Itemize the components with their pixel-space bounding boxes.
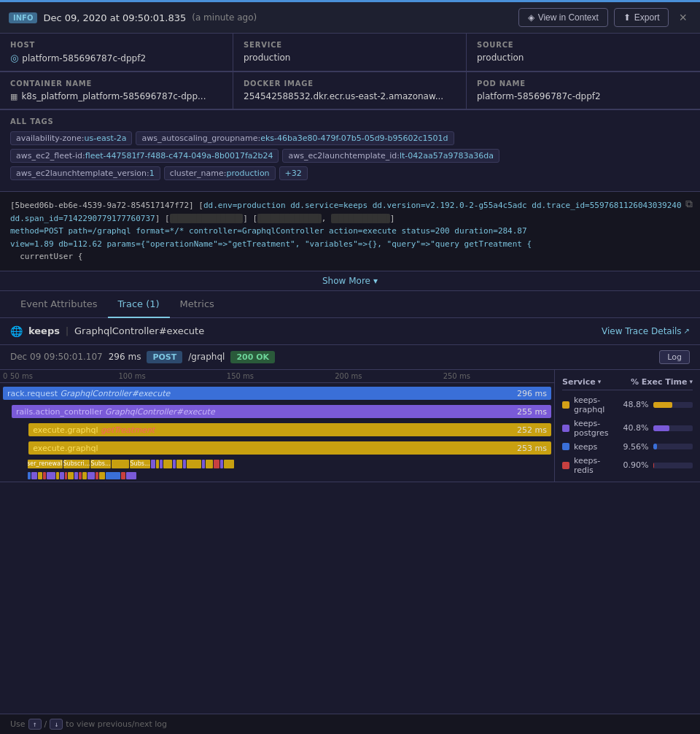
header-timestamp: Dec 09, 2020 at 09:50:01.835	[43, 12, 186, 23]
trace-row-2[interactable]: execute.graphql getTreatment 252 ms	[3, 422, 551, 438]
timeline-legend: Service ▾ % Exec Time ▾ keeps-graphql 48…	[554, 370, 700, 482]
sub-bars-row-2	[0, 471, 554, 481]
legend-pct-keeps: 9.56%	[618, 442, 649, 452]
tags-more-button[interactable]: +32	[279, 166, 308, 180]
service-label: SERVICE	[244, 41, 456, 49]
pod-name-label: POD NAME	[477, 80, 690, 88]
legend-item-keeps-graphql: keeps-graphql 48.8%	[562, 393, 693, 417]
footer: Use ↑ / ↓ to view previous/next log	[0, 714, 700, 734]
legend-exec-col-header: % Exec Time ▾	[631, 377, 693, 387]
external-link-icon: ↗	[684, 327, 690, 335]
tag-autoscaling[interactable]: aws_autoscaling_groupname:eks-46ba3e80-4…	[136, 131, 454, 145]
globe-icon: 🌐	[10, 325, 23, 337]
log-line-1: [5beed06b-eb6e-4539-9a72-854517147f72] […	[10, 199, 690, 225]
trace-duration: 296 ms	[109, 352, 141, 362]
tab-metrics[interactable]: Metrics	[170, 291, 225, 318]
log-header: INFO Dec 09, 2020 at 09:50:01.835 (a min…	[0, 2, 700, 34]
legend-name-keeps-postgres: keeps-postgre​s	[574, 419, 614, 438]
tag-availability-zone[interactable]: availability-zone:us-east-2a	[10, 131, 132, 145]
service-value: production	[244, 53, 456, 63]
log-dd-env[interactable]: dd.env=production dd.service=keeps dd.ve…	[203, 201, 527, 210]
timeline-container: 0 50 ms 100 ms 150 ms 200 ms 250 ms rack…	[0, 370, 700, 482]
trace-log-badge[interactable]: Log	[659, 350, 690, 364]
view-trace-details-link[interactable]: View Trace Details ↗	[602, 326, 690, 336]
docker-image-value: 254542588532.dkr.ecr.us-east-2.amazonaw.…	[244, 91, 456, 101]
pod-name-cell: POD NAME platform-585696787c-dppf2	[467, 72, 700, 109]
show-more-link[interactable]: Show More ▾	[322, 276, 378, 286]
ruler-0: 0	[3, 372, 10, 380]
tag-fleet-id[interactable]: aws_ec2_fleet-id:fleet-447581f7-f488-c47…	[10, 149, 279, 163]
host-value: ◎ platform-585696787c-dppf2	[10, 53, 222, 63]
log-line-3: view=1.89 db=112.62 params={"operationNa…	[10, 238, 690, 251]
copy-log-button[interactable]: ⧉	[685, 198, 693, 210]
trace-path: /graphql	[188, 352, 225, 362]
log-dd-trace[interactable]: dd.trace_id=5597681126043039240	[532, 201, 681, 210]
legend-bar-fill-keeps-postgres	[653, 425, 669, 431]
tag-template-version[interactable]: aws_ec2launchtemplate_version:1	[10, 166, 160, 180]
container-name-cell: CONTAINER NAME ▦ k8s_platform_platform-5…	[0, 72, 233, 109]
log-content-area: ⧉ [5beed06b-eb6e-4539-9a72-854517147f72]…	[0, 192, 700, 271]
tags-row-2: aws_ec2_fleet-id:fleet-447581f7-f488-c47…	[10, 149, 690, 163]
legend-swatch-keeps-graphql	[562, 401, 569, 409]
sub-bars-row-1: User_renewal... Subscri... Subs... Subs.…	[0, 458, 554, 470]
trace-service-name: keeps	[28, 325, 60, 336]
header-relative-time: (a minute ago)	[192, 12, 257, 23]
up-arrow-key: ↑	[28, 719, 42, 730]
trace-date: Dec 09 09:50:01.107	[10, 352, 103, 362]
legend-name-keeps: keeps	[574, 442, 614, 452]
export-icon: ⬆	[623, 12, 631, 23]
trace-status-badge: 200 OK	[230, 351, 275, 363]
show-more-section: Show More ▾	[0, 271, 700, 291]
tags-row-1: availability-zone:us-east-2a aws_autosca…	[10, 131, 690, 145]
header-actions: ◈ View in Context ⬆ Export ×	[518, 8, 691, 27]
sort-service-icon[interactable]: ▾	[598, 378, 602, 385]
trace-row-3[interactable]: execute.graphql 253 ms	[3, 440, 551, 456]
circle-icon: ◎	[10, 53, 18, 63]
close-button[interactable]: ×	[674, 9, 691, 26]
legend-bar-keeps-redis	[653, 463, 693, 468]
trace-header: 🌐 keeps | GraphqlController#execute View…	[0, 318, 700, 345]
timeline-left: 0 50 ms 100 ms 150 ms 200 ms 250 ms rack…	[0, 370, 554, 482]
export-button[interactable]: ⬆ Export	[614, 8, 669, 27]
docker-image-cell: DOCKER IMAGE 254542588532.dkr.ecr.us-eas…	[233, 72, 467, 109]
legend-pct-keeps-postgres: 40.8%	[618, 423, 649, 433]
tag-cluster-name[interactable]: cluster_name:production	[164, 166, 276, 180]
legend-swatch-keeps-redis	[562, 462, 569, 469]
tab-trace[interactable]: Trace (1)	[108, 291, 170, 318]
metadata-grid-row2: CONTAINER NAME ▦ k8s_platform_platform-5…	[0, 72, 700, 110]
trace-method-badge: POST	[147, 351, 182, 363]
tags-row-3: aws_ec2launchtemplate_version:1 cluster_…	[10, 166, 690, 180]
tab-event-attributes[interactable]: Event Attributes	[10, 291, 108, 318]
trace-panel: 🌐 keeps | GraphqlController#execute View…	[0, 318, 700, 482]
footer-prefix: Use	[10, 719, 26, 729]
ruler-50: 50 ms	[10, 372, 118, 380]
legend-bar-keeps-postgres	[653, 425, 693, 431]
legend-header: Service ▾ % Exec Time ▾	[562, 374, 693, 390]
legend-item-keeps-postgres: keeps-postgre​s 40.8%	[562, 417, 693, 440]
tag-launch-template-id[interactable]: aws_ec2launchtemplate_id:lt-042aa57a9783…	[282, 149, 499, 163]
legend-bar-fill-keeps	[653, 444, 657, 449]
legend-item-keeps-redis: keeps-redis 0.90%	[562, 454, 693, 477]
footer-suffix: to view previous/next log	[66, 719, 167, 729]
legend-bar-keeps	[653, 444, 693, 449]
view-context-button[interactable]: ◈ View in Context	[518, 8, 608, 27]
pod-name-value: platform-585696787c-dppf2	[477, 91, 690, 101]
trace-sub-header: Dec 09 09:50:01.107 296 ms POST /graphql…	[0, 345, 700, 370]
grid-icon: ▦	[10, 92, 18, 101]
info-badge: INFO	[9, 12, 37, 23]
legend-swatch-keeps-postgres	[562, 425, 569, 432]
tags-section: ALL TAGS availability-zone:us-east-2a aw…	[0, 110, 700, 192]
log-dd-span[interactable]: dd.span_id=71422907791777607​37	[10, 214, 155, 223]
legend-item-keeps: keeps 9.56%	[562, 440, 693, 454]
metadata-grid-row1: HOST ◎ platform-585696787c-dppf2 SERVICE…	[0, 34, 700, 72]
legend-name-keeps-redis: keeps-redis	[574, 456, 614, 475]
tabs-bar: Event Attributes Trace (1) Metrics	[0, 291, 700, 318]
legend-name-keeps-graphql: keeps-graphql	[574, 395, 614, 414]
container-name-label: CONTAINER NAME	[10, 80, 222, 88]
trace-row-0[interactable]: rack.request GraphqlController#execute 2…	[3, 385, 551, 401]
timeline-ruler: 0 50 ms 100 ms 150 ms 200 ms 250 ms	[0, 370, 554, 383]
sort-exec-icon[interactable]: ▾	[689, 378, 693, 385]
ruler-150: 150 ms	[227, 372, 335, 380]
trace-row-1[interactable]: rails.action_controller GraphqlControlle…	[3, 403, 551, 420]
chevron-down-icon: ▾	[373, 276, 378, 286]
